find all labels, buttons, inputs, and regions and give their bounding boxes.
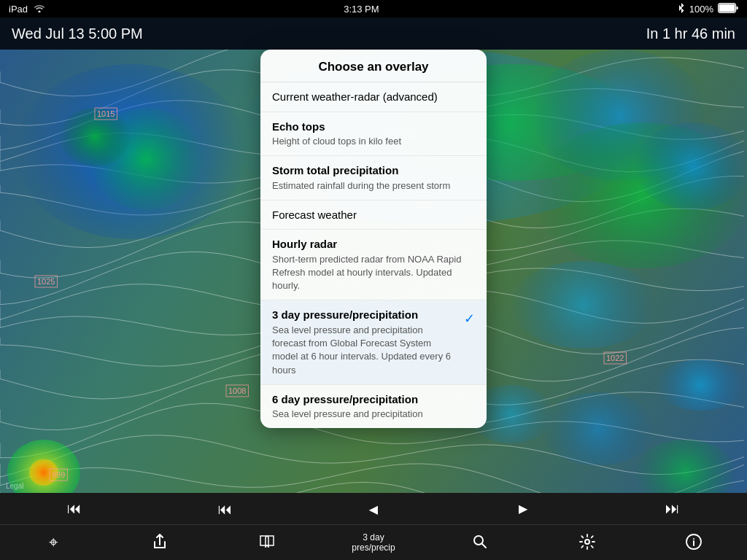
- overlay-item-desc-storm-precip: Estimated rainfall during the present st…: [272, 179, 475, 192]
- time-display: 3:13 PM: [344, 4, 379, 15]
- overlay-item-content-echo-tops: Echo topsHeight of cloud tops in kilo fe…: [272, 120, 475, 149]
- overlay-item-desc-6day-pressure: Sea level pressure and precipitation: [272, 408, 475, 421]
- svg-point-5: [693, 538, 694, 540]
- status-right: 100%: [678, 2, 738, 16]
- bottom-bar: ⏮ ⏭ ▶ ▶ ⏭ ⌖ 3 day pres/: [0, 493, 747, 560]
- rewind-button[interactable]: ⏭: [208, 493, 240, 525]
- overlay-item-title-forecast-weather: Forecast weather: [272, 208, 475, 222]
- legal-link[interactable]: Legal: [6, 482, 23, 490]
- overlay-checkmark-3day-pressure: ✓: [464, 311, 475, 327]
- eta-label: In 1 hr 46 min: [646, 26, 735, 42]
- svg-point-3: [585, 540, 589, 544]
- overlay-item-content-3day-pressure: 3 day pressure/precipitationSea level pr…: [272, 308, 458, 376]
- modal-title: Choose an overlay: [318, 60, 428, 74]
- datetime-label: Wed Jul 13 5:00 PM: [12, 26, 143, 42]
- status-bar: iPad 3:13 PM 100%: [0, 0, 747, 18]
- overlay-item-content-forecast-weather: Forecast weather: [272, 208, 475, 222]
- overlay-item-3day-pressure[interactable]: 3 day pressure/precipitationSea level pr…: [260, 300, 487, 384]
- search-icon: [473, 534, 487, 551]
- info-button[interactable]: [665, 534, 723, 551]
- overlay-item-content-storm-precip: Storm total precipitationEstimated rainf…: [272, 163, 475, 192]
- svg-rect-1: [719, 4, 735, 12]
- modal-header: Choose an overlay: [260, 50, 487, 82]
- overlay-item-content-hourly-radar: Hourly radarShort-term predicted radar f…: [272, 237, 475, 292]
- overlay-item-content-6day-pressure: 6 day pressure/precipitationSea level pr…: [272, 392, 475, 421]
- overlay-item-desc-3day-pressure: Sea level pressure and precipitation for…: [272, 324, 458, 377]
- overlay-item-storm-precip[interactable]: Storm total precipitationEstimated rainf…: [260, 156, 487, 201]
- battery-icon: [718, 3, 738, 15]
- search-button[interactable]: [451, 534, 509, 551]
- location-icon: ⌖: [49, 533, 58, 552]
- svg-point-2: [474, 536, 483, 545]
- location-button[interactable]: ⌖: [24, 533, 82, 552]
- fast-forward-button[interactable]: ⏭: [657, 493, 689, 525]
- wifi-icon: [34, 4, 45, 15]
- bluetooth-icon: [678, 2, 685, 16]
- settings-icon: [579, 534, 595, 551]
- overlay-item-title-current-radar: Current weather-radar (advanced): [272, 90, 475, 104]
- toolbar: ⌖ 3 day pres/precip: [0, 525, 747, 560]
- book-icon: [259, 534, 275, 551]
- overlay-item-title-echo-tops: Echo tops: [272, 120, 475, 134]
- overlay-modal: Choose an overlay Current weather-radar …: [260, 50, 487, 428]
- overlay-item-desc-echo-tops: Height of cloud tops in kilo feet: [272, 135, 475, 148]
- battery-label: 100%: [689, 4, 713, 15]
- playback-controls: ⏮ ⏭ ▶ ▶ ⏭: [0, 493, 747, 525]
- overlay-item-hourly-radar[interactable]: Hourly radarShort-term predicted radar f…: [260, 230, 487, 300]
- settings-button[interactable]: [558, 534, 616, 551]
- overlay-item-title-storm-precip: Storm total precipitation: [272, 163, 475, 178]
- info-icon: [686, 534, 702, 551]
- current-layer-label[interactable]: 3 day pres/precip: [344, 532, 403, 553]
- overlay-item-content-current-radar: Current weather-radar (advanced): [272, 90, 475, 104]
- status-left: iPad: [9, 4, 45, 15]
- overlay-item-title-6day-pressure: 6 day pressure/precipitation: [272, 392, 475, 407]
- book-button[interactable]: [238, 534, 296, 551]
- carrier-label: iPad: [9, 4, 28, 15]
- overlay-item-desc-hourly-radar: Short-term predicted radar from NOAA Rap…: [272, 253, 475, 293]
- modal-list: Current weather-radar (advanced)Echo top…: [260, 82, 487, 428]
- share-button[interactable]: [131, 534, 189, 551]
- overlay-item-forecast-weather[interactable]: Forecast weather: [260, 201, 487, 230]
- step-back-button[interactable]: ▶: [357, 493, 390, 525]
- share-icon: [152, 534, 167, 551]
- overlay-item-title-3day-pressure: 3 day pressure/precipitation: [272, 308, 458, 322]
- top-bar: Wed Jul 13 5:00 PM In 1 hr 46 min: [0, 18, 747, 50]
- overlay-item-title-hourly-radar: Hourly radar: [272, 237, 475, 252]
- overlay-item-current-radar[interactable]: Current weather-radar (advanced): [260, 82, 487, 112]
- rewind-fast-button[interactable]: ⏮: [58, 493, 90, 525]
- overlay-item-6day-pressure[interactable]: 6 day pressure/precipitationSea level pr…: [260, 385, 487, 429]
- overlay-item-echo-tops[interactable]: Echo topsHeight of cloud tops in kilo fe…: [260, 112, 487, 157]
- step-forward-button[interactable]: ▶: [507, 493, 539, 525]
- current-layer-text: 3 day pres/precip: [344, 532, 403, 553]
